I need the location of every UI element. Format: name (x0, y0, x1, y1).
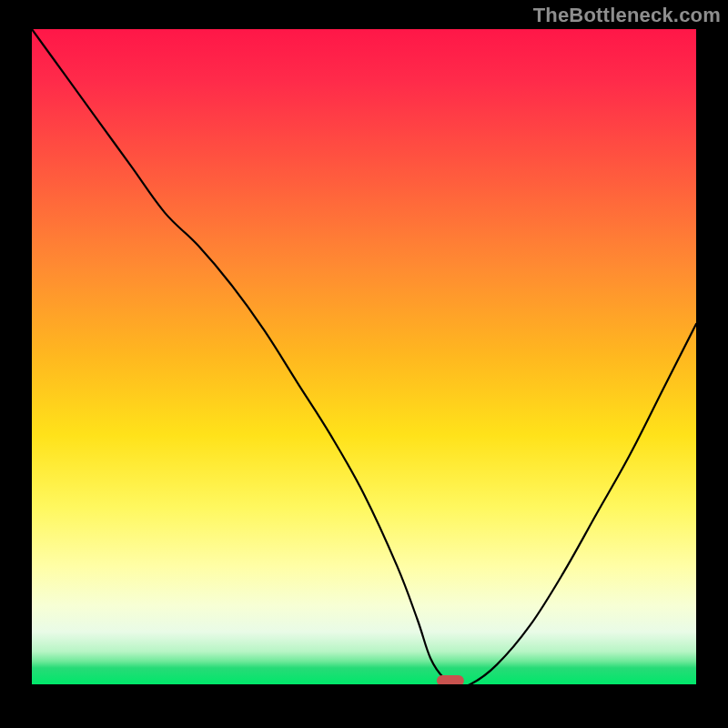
chart-frame: TheBottleneck.com (0, 0, 728, 728)
valley-marker (437, 675, 464, 684)
bottleneck-curve (32, 29, 696, 684)
chart-svg (32, 29, 696, 684)
watermark-text: TheBottleneck.com (533, 4, 721, 27)
plot-area (32, 29, 696, 684)
